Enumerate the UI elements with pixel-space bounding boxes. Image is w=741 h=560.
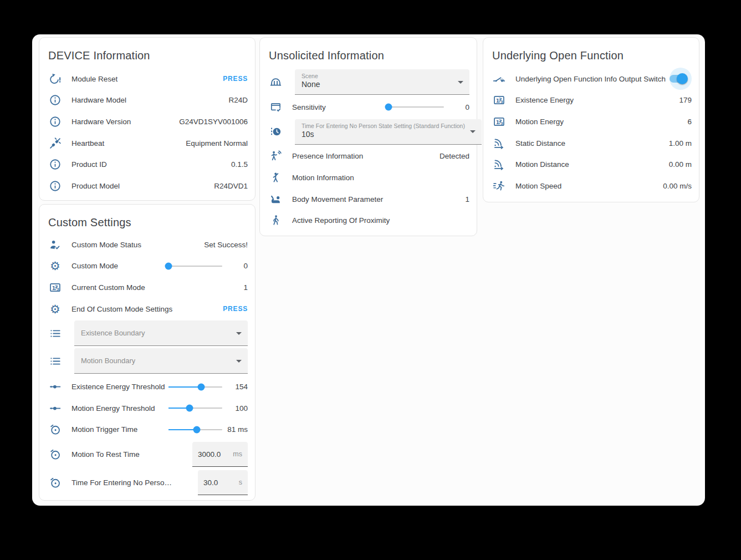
motion-distance-row: Motion Distance 0.00 m	[483, 154, 699, 175]
scene-select[interactable]: Scene None	[295, 69, 469, 95]
custom-settings-card: Custom Settings Custom Mode Status Set S…	[39, 204, 255, 501]
timer-icon	[49, 423, 62, 436]
motion-to-rest-time-field[interactable]: ms	[192, 442, 248, 467]
unit-label: s	[239, 478, 242, 486]
slider-track[interactable]	[389, 106, 444, 108]
gear-icon: ⚙	[49, 303, 62, 315]
row-label: Motion Distance	[515, 160, 669, 169]
row-label: Time For Entering No Perso…	[71, 478, 198, 487]
row-value: 1.00 m	[669, 139, 692, 147]
gear-icon: ⚙	[49, 259, 62, 272]
motion-trigger-time-row: Motion Trigger Time 81 ms	[39, 419, 255, 441]
no-person-state-setting-select[interactable]: Time For Entering No Person State Settin…	[295, 119, 482, 145]
plug-connection-icon	[49, 137, 62, 150]
motion-energy-row: 123 Motion Energy 6	[483, 111, 699, 133]
existence-energy-threshold-slider[interactable]	[168, 383, 222, 391]
product-id-row: Product ID 0.1.5	[39, 154, 255, 175]
chevron-down-icon	[236, 332, 242, 335]
row-value: G24VD1SYV001006	[179, 118, 248, 126]
timer-icon	[49, 476, 62, 489]
current-custom-mode-row: 123 Current Custom Mode 1	[39, 277, 255, 298]
slider-thumb[interactable]	[165, 262, 172, 269]
list-icon	[49, 355, 62, 368]
timer-icon	[49, 448, 62, 461]
row-label: Motion Speed	[515, 182, 663, 190]
row-value: 1	[243, 283, 248, 292]
row-value: 6	[687, 118, 692, 126]
output-switch-toggle[interactable]	[670, 68, 692, 90]
select-value: None	[301, 80, 453, 89]
scene-dome-icon	[269, 76, 282, 89]
row-label: Sensitivity	[292, 103, 389, 111]
select-label: Motion Boundary	[81, 357, 135, 365]
scene-row: Scene None	[260, 69, 477, 95]
numbers-icon: 123	[493, 94, 505, 106]
numbers-icon: 123	[49, 281, 62, 294]
hardware-version-row: Hardware Version G24VD1SYV001006	[39, 111, 255, 133]
person-check-icon	[49, 238, 62, 251]
app-page: DEVICE Information Module Reset PRESS Ha…	[32, 34, 705, 506]
row-label: Motion Energy Threshold	[71, 404, 168, 413]
row-label: Current Custom Mode	[71, 283, 243, 292]
existence-boundary-select[interactable]: Existence Boundary	[74, 320, 248, 346]
row-value: Detected	[440, 152, 469, 160]
no-person-time-input[interactable]	[203, 478, 236, 487]
select-label: Scene	[301, 73, 453, 80]
chevron-down-icon	[458, 81, 463, 84]
sensitivity-slider[interactable]	[389, 103, 444, 111]
row-label: Existence Energy Threshold	[71, 383, 168, 391]
existence-energy-row: 123 Existence Energy 179	[483, 90, 699, 111]
row-label: Custom Mode Status	[71, 241, 204, 249]
row-value: Equipment Normal	[186, 139, 248, 147]
no-person-state-setting-row: Time For Entering No Person State Settin…	[260, 119, 477, 145]
body-movement-icon	[269, 193, 282, 206]
row-label: Existence Energy	[515, 96, 679, 104]
motion-to-rest-time-input[interactable]	[198, 450, 230, 459]
row-label: Motion To Rest Time	[71, 450, 192, 459]
select-label: Time For Entering No Person State Settin…	[301, 123, 465, 130]
slider-value: 0	[444, 103, 469, 111]
no-person-time-field[interactable]: s	[198, 470, 248, 495]
motion-energy-threshold-row: Motion Energy Threshold 100	[39, 398, 255, 419]
custom-mode-slider[interactable]	[168, 262, 222, 271]
body-movement-parameter-row: Body Movement Parameter 1	[260, 189, 477, 210]
row-label: Body Movement Parameter	[292, 195, 465, 203]
motion-boundary-select[interactable]: Motion Boundary	[74, 348, 248, 374]
info-icon	[49, 94, 62, 106]
info-icon	[49, 115, 62, 128]
slider-thumb[interactable]	[186, 405, 193, 412]
motion-trigger-time-slider[interactable]	[168, 425, 222, 434]
row-label: Hardware Version	[71, 118, 179, 126]
motion-information-row: Motion Information	[260, 167, 477, 189]
row-label: Product Model	[71, 182, 214, 190]
row-label: End Of Custom Mode Settings	[71, 305, 223, 313]
motion-energy-threshold-slider[interactable]	[168, 404, 222, 413]
info-icon	[49, 180, 62, 192]
output-switch-row: Underlying Open Function Info Output Swi…	[483, 68, 699, 90]
slider-track[interactable]	[168, 266, 222, 267]
threshold-slider-icon	[49, 380, 62, 393]
unsolicited-information-card: Unsolicited Information Scene None Sensi…	[259, 37, 477, 236]
info-icon	[49, 158, 62, 171]
card-title: Underlying Open Function	[492, 49, 690, 62]
svg-text:3: 3	[500, 121, 503, 125]
card-title: Unsolicited Information	[269, 49, 468, 62]
restart-alert-icon	[49, 73, 62, 85]
slider-thumb[interactable]	[193, 426, 201, 433]
sensitivity-panel-icon	[269, 101, 282, 114]
module-reset-press-button[interactable]: PRESS	[223, 75, 248, 83]
no-person-time-row: Time For Entering No Perso… s	[39, 469, 255, 497]
presence-information-row: Presence Information Detected	[260, 146, 477, 167]
row-value: Set Success!	[204, 241, 248, 249]
module-reset-row: Module Reset PRESS	[39, 68, 255, 90]
row-label: Underlying Open Function Info Output Swi…	[515, 75, 670, 83]
slider-thumb[interactable]	[385, 104, 392, 111]
end-custom-mode-press-button[interactable]: PRESS	[223, 305, 248, 313]
existence-energy-threshold-row: Existence Energy Threshold 154	[39, 376, 255, 398]
row-label: Custom Mode	[71, 262, 168, 270]
svg-text:3: 3	[57, 287, 59, 291]
slider-fill	[168, 386, 201, 388]
switch-lever-icon	[493, 73, 505, 85]
slider-thumb[interactable]	[198, 383, 205, 390]
row-value: R24D	[228, 96, 248, 104]
